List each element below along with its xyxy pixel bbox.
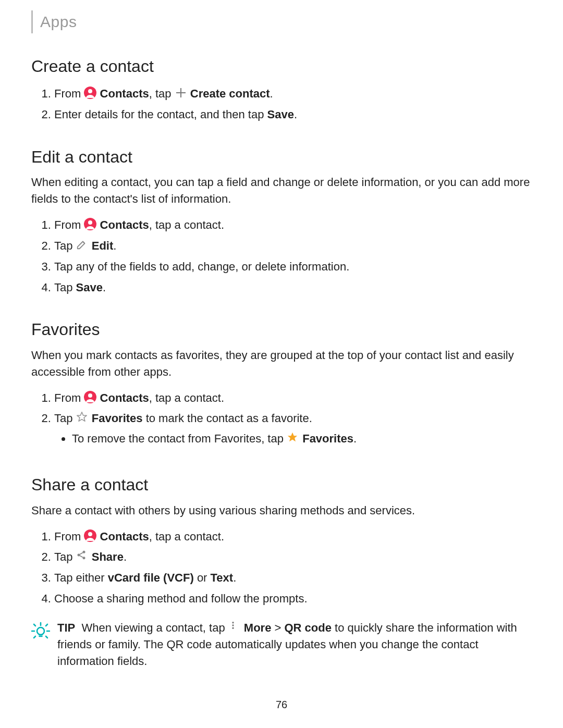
step: Enter details for the contact, and then …: [54, 104, 532, 125]
tip-more-label: More: [244, 621, 272, 634]
substep: To remove the contact from Favorites, ta…: [72, 429, 532, 449]
share-icon: [76, 550, 89, 562]
step: From Contacts, tap Create contact.: [54, 83, 532, 104]
step-text: to mark the contact as a favorite.: [143, 412, 312, 425]
plus-icon: [175, 87, 187, 99]
step-text-bold: Contacts: [100, 218, 149, 231]
star-outline-icon: [76, 411, 89, 424]
step-text-bold: Favorites: [302, 432, 353, 445]
step: Tap Edit.: [54, 236, 532, 256]
tip-qr-label: QR code: [285, 621, 332, 634]
heading-edit-contact: Edit a contact: [31, 145, 532, 169]
heading-share-contact: Share a contact: [31, 473, 532, 497]
step-text-bold: Contacts: [100, 391, 149, 404]
step: From Contacts, tap a contact.: [54, 215, 532, 236]
step-text: , tap: [149, 87, 175, 100]
intro-favorites: When you mark contacts as favorites, the…: [31, 347, 532, 380]
intro-share-contact: Share a contact with others by using var…: [31, 502, 532, 519]
tip-body: >: [271, 621, 284, 634]
document-page: Apps Create a contact From Contacts, tap…: [0, 0, 563, 728]
tip-label: TIP: [57, 621, 75, 634]
step-text: , tap a contact.: [149, 391, 224, 404]
step: Tap Share.: [54, 547, 532, 567]
step-text-bold: Share: [92, 550, 124, 563]
step: Tap Save.: [54, 277, 532, 298]
steps-share-contact: From Contacts, tap a contact. Tap Share.…: [31, 526, 532, 610]
step-text: , tap a contact.: [149, 218, 224, 231]
heading-create-contact: Create a contact: [31, 54, 532, 78]
svg-point-9: [77, 554, 80, 557]
svg-point-3: [88, 220, 92, 225]
step-text: Tap: [54, 412, 76, 425]
substeps-favorites: To remove the contact from Favorites, ta…: [54, 429, 532, 449]
star-filled-icon: [287, 431, 299, 444]
more-icon: [228, 621, 241, 633]
contacts-icon: [84, 391, 96, 403]
step: From Contacts, tap a contact.: [54, 388, 532, 409]
step-text: To remove the contact from Favorites, ta…: [72, 432, 287, 445]
edit-icon: [76, 239, 89, 251]
step: Tap any of the fields to add, change, or…: [54, 256, 532, 277]
step-text: .: [233, 571, 236, 584]
step-text: Tap: [54, 239, 76, 252]
step-text: From: [54, 218, 84, 231]
step-text: From: [54, 87, 84, 100]
tip-body: When viewing a contact, tap: [81, 621, 228, 634]
step-text-bold: Create contact: [190, 87, 270, 100]
intro-edit-contact: When editing a contact, you can tap a fi…: [31, 174, 532, 207]
tip-text: TIP When viewing a contact, tap More > Q…: [57, 620, 532, 670]
step-text: From: [54, 530, 84, 543]
step-text: Tap: [54, 550, 76, 563]
step-text: Enter details for the contact, and then …: [54, 108, 267, 121]
step-text: Tap either: [54, 571, 108, 584]
tip-block: TIP When viewing a contact, tap More > Q…: [31, 620, 532, 670]
breadcrumb: Apps: [31, 10, 532, 33]
step-text: .: [270, 87, 273, 100]
svg-point-10: [82, 557, 85, 560]
contacts-icon: [84, 218, 96, 230]
step-text: .: [113, 239, 116, 252]
svg-point-11: [37, 627, 44, 635]
step: Tap either vCard file (VCF) or Text.: [54, 567, 532, 588]
heading-favorites: Favorites: [31, 317, 532, 341]
step-text-bold: Text: [211, 571, 234, 584]
step-text: .: [294, 108, 297, 121]
contacts-icon: [84, 529, 96, 542]
step-text-bold: vCard file (VCF): [108, 571, 194, 584]
step-text: , tap a contact.: [149, 530, 224, 543]
lightbulb-icon: [31, 621, 50, 639]
step-text: From: [54, 391, 84, 404]
step-text-bold: Contacts: [100, 87, 149, 100]
svg-point-13: [232, 624, 234, 626]
step: Choose a sharing method and follow the p…: [54, 588, 532, 609]
step-text: or: [194, 571, 211, 584]
step-text-bold: Favorites: [92, 412, 143, 425]
svg-point-7: [88, 532, 92, 536]
step-text-bold: Edit: [92, 239, 114, 252]
svg-point-12: [232, 622, 234, 623]
step: From Contacts, tap a contact.: [54, 526, 532, 547]
svg-point-8: [82, 551, 85, 553]
svg-point-1: [88, 89, 92, 93]
page-number: 76: [0, 697, 563, 712]
step-text: .: [103, 281, 106, 294]
steps-edit-contact: From Contacts, tap a contact. Tap Edit. …: [31, 215, 532, 298]
steps-favorites: From Contacts, tap a contact. Tap Favori…: [31, 388, 532, 453]
step-text: .: [353, 432, 357, 445]
step-text: .: [124, 550, 127, 563]
svg-point-5: [88, 393, 92, 398]
contacts-icon: [84, 87, 96, 99]
step: Tap Favorites to mark the contact as a f…: [54, 408, 532, 453]
svg-point-14: [232, 627, 234, 629]
step-text-bold: Save: [267, 108, 293, 121]
step-text-bold: Contacts: [100, 530, 149, 543]
step-text: Tap: [54, 281, 76, 294]
steps-create-contact: From Contacts, tap Create contact. Enter…: [31, 83, 532, 125]
step-text-bold: Save: [76, 281, 103, 294]
